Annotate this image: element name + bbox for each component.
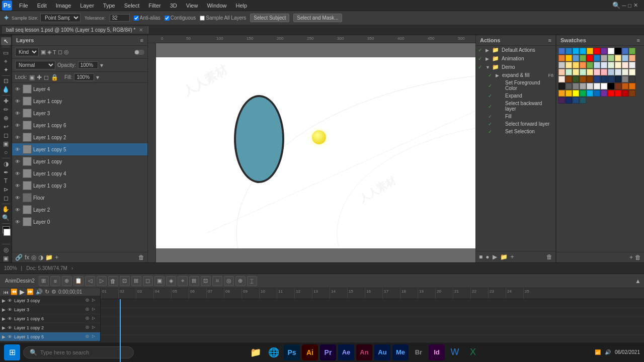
swatch-1[interactable] xyxy=(566,48,572,54)
layer-item-9[interactable]: 👁 Floor xyxy=(12,192,147,204)
action-expand[interactable]: ✓ Expand xyxy=(476,92,555,100)
blend-mode-select[interactable]: Normal xyxy=(15,61,55,69)
swatch-56[interactable] xyxy=(566,83,572,89)
taskbar-app-me[interactable]: Me xyxy=(392,344,409,360)
doc-info-arrow[interactable]: › xyxy=(71,265,73,271)
layer-visibility-11[interactable]: 👁 xyxy=(14,219,21,225)
swatch-73[interactable] xyxy=(608,90,614,97)
tool-path-select[interactable]: ⊳ xyxy=(1,186,11,194)
swatch-72[interactable] xyxy=(601,90,607,97)
lock-artboard-icon[interactable]: ◻ xyxy=(44,74,49,81)
layer-item-6[interactable]: 👁 Layer 1 copy xyxy=(12,155,147,167)
swatch-50[interactable] xyxy=(601,76,607,82)
tab-close-icon[interactable]: ✕ xyxy=(139,27,143,33)
swatch-8[interactable] xyxy=(615,48,621,54)
swatch-16[interactable] xyxy=(594,55,600,61)
tl-play-btn[interactable]: ▶ xyxy=(20,288,25,296)
swatch-52[interactable] xyxy=(615,76,621,82)
layer-visibility-3[interactable]: 👁 xyxy=(14,123,21,128)
tl-eye-1[interactable]: 👁 xyxy=(8,307,13,312)
tool-screen-mode[interactable]: ▣ xyxy=(1,254,11,262)
taskbar-app-explorer[interactable]: 📁 xyxy=(248,344,264,360)
track-row-1[interactable] xyxy=(101,308,644,317)
menu-view[interactable]: View xyxy=(182,2,202,10)
anim-tool-5[interactable]: ◁ xyxy=(85,276,95,286)
swatch-35[interactable] xyxy=(573,69,579,75)
canvas-document[interactable]: 人人素材 RRCG 人人素材 xyxy=(156,57,475,248)
swatch-61[interactable] xyxy=(601,83,607,89)
tool-lasso[interactable]: ⌖ xyxy=(1,57,11,65)
taskbar-app-chrome[interactable]: 🌐 xyxy=(266,344,282,360)
swatch-23[interactable] xyxy=(566,62,572,68)
swatch-6[interactable] xyxy=(601,48,607,54)
swatch-18[interactable] xyxy=(608,55,614,61)
track-row-2[interactable] xyxy=(101,317,644,326)
tl-layer-3[interactable]: ▶ 👁 Layer 1 copy 2 ◎ ▷ xyxy=(0,323,100,332)
swatch-41[interactable] xyxy=(615,69,621,75)
swatch-46[interactable] xyxy=(573,76,579,82)
swatch-80[interactable] xyxy=(580,97,586,104)
filter-smart-icon[interactable]: ◎ xyxy=(64,49,69,55)
swatch-62[interactable] xyxy=(608,83,614,89)
action-delete-btn[interactable]: 🗑 xyxy=(546,253,552,260)
swatch-14[interactable] xyxy=(580,55,586,61)
action-select-backward[interactable]: ✓ Select backward layer xyxy=(476,100,555,113)
filter-adjust-icon[interactable]: ◈ xyxy=(47,49,51,55)
layer-visibility-0[interactable]: 👁 xyxy=(14,86,21,92)
tool-eyedropper[interactable]: 💧 xyxy=(1,85,11,94)
sample-all-check[interactable]: Sample All Layers xyxy=(200,15,246,21)
anim-tool-1[interactable]: ⊞ xyxy=(39,276,49,286)
doc-tab[interactable]: ball seq lesson 1.psd @ 100% (Layer 1 co… xyxy=(2,26,148,34)
tl-arrow-icon-0[interactable]: ▷ xyxy=(92,298,98,304)
anim-tool-14[interactable]: ⊡ xyxy=(201,276,211,286)
swatch-65[interactable] xyxy=(629,83,635,89)
swatch-43[interactable] xyxy=(629,69,635,75)
opacity-arrow-icon[interactable]: ▾ xyxy=(100,62,103,69)
tl-expand-2[interactable]: ▶ xyxy=(2,316,6,321)
swatch-54[interactable] xyxy=(629,76,635,82)
layer-visibility-5[interactable]: 👁 xyxy=(14,147,21,152)
highlight-dot[interactable] xyxy=(312,130,326,144)
swatch-34[interactable] xyxy=(566,69,572,75)
tool-move[interactable]: ↖ xyxy=(1,37,11,45)
swatch-25[interactable] xyxy=(580,62,586,68)
menu-select[interactable]: Select xyxy=(120,2,144,10)
action-set-selection[interactable]: ✓ Set Selection xyxy=(476,128,555,135)
tl-arrow-icon-3[interactable]: ▷ xyxy=(92,325,98,331)
anim-tool-18[interactable]: ⌶ xyxy=(247,276,257,286)
layer-item-3[interactable]: 👁 Layer 1 copy 6 xyxy=(12,119,147,131)
lock-all-icon[interactable]: 🔒 xyxy=(51,74,58,81)
anim-tool-delete[interactable]: 🗑 xyxy=(108,276,118,286)
tool-gradient[interactable]: ▣ xyxy=(1,140,11,148)
tl-timestretch-icon-4[interactable]: ◎ xyxy=(86,334,92,340)
actions-demo-group[interactable]: ✓ ▼ 📁 Demo xyxy=(476,63,555,71)
swatches-new-btn[interactable]: + xyxy=(629,254,633,261)
tl-prev-btn[interactable]: ⏪ xyxy=(11,289,18,295)
swatch-71[interactable] xyxy=(594,90,600,97)
new-group-btn[interactable]: 📁 xyxy=(45,254,53,261)
tl-arrow-icon-1[interactable]: ▷ xyxy=(92,307,98,313)
swatch-24[interactable] xyxy=(573,62,579,68)
actions-panel-menu-icon[interactable]: ≡ xyxy=(548,37,551,43)
layer-visibility-9[interactable]: 👁 xyxy=(14,195,21,201)
tl-eye-0[interactable]: 👁 xyxy=(8,298,13,303)
swatch-67[interactable] xyxy=(566,90,572,97)
tl-timestretch-icon-2[interactable]: ◎ xyxy=(86,316,92,322)
filter-shape-icon[interactable]: ◻ xyxy=(58,49,62,55)
close-btn[interactable]: ✕ xyxy=(633,2,638,9)
action-play-btn[interactable]: ▶ xyxy=(493,253,497,260)
swatch-48[interactable] xyxy=(587,76,593,82)
menu-layer[interactable]: Layer xyxy=(76,2,98,10)
tl-loop-btn[interactable]: ↻ xyxy=(45,289,49,295)
tl-layer-4[interactable]: ▶ 👁 Layer 1 copy 5 ◎ ▷ xyxy=(0,332,100,341)
swatch-13[interactable] xyxy=(573,55,579,61)
anim-tool-12[interactable]: ⌖ xyxy=(178,276,188,286)
tl-eye-3[interactable]: 👁 xyxy=(8,325,13,330)
action-stop-btn[interactable]: ■ xyxy=(479,253,482,260)
action-expand-fill[interactable]: ✓ ▶ expand & fill F8 xyxy=(476,71,555,79)
maximize-btn[interactable]: □ xyxy=(628,3,631,9)
swatch-42[interactable] xyxy=(622,69,628,75)
swatch-30[interactable] xyxy=(615,62,621,68)
taskbar-app-ae[interactable]: Ae xyxy=(338,344,354,360)
swatch-20[interactable] xyxy=(622,55,628,61)
